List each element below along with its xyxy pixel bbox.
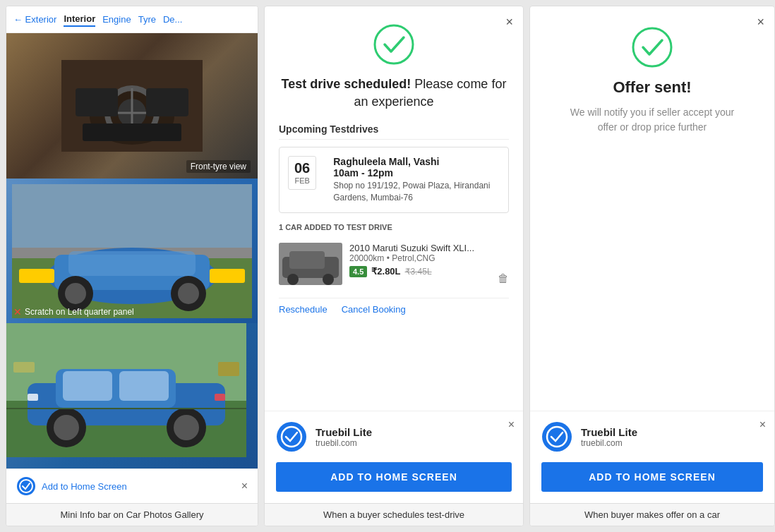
testdrive-card: 06 FEB Raghuleela Mall, Vashi 10am - 12p… [279, 147, 509, 213]
svg-rect-20 [210, 269, 245, 283]
right-add-to-home-button[interactable]: ADD TO HOME SCREEN [541, 462, 763, 492]
car-price: ₹2.80L [371, 266, 400, 277]
offer-success-icon-wrap [631, 26, 673, 68]
scratch-label: ✕ Scratch on Left quarter panel [13, 306, 134, 318]
date-month: FEB [294, 176, 309, 186]
svg-point-15 [65, 283, 86, 304]
tab-tyre[interactable]: Tyre [138, 13, 156, 26]
svg-point-42 [287, 274, 299, 285]
car-info: 2010 Maruti Suzuki Swift XLI... 20000km … [349, 243, 491, 277]
right-banner-url: truebil.com [581, 438, 763, 448]
svg-rect-31 [28, 394, 38, 401]
banner-app-name: Truebil Lite [316, 426, 512, 438]
banner-close-button[interactable]: × [508, 418, 515, 431]
svg-point-17 [178, 283, 199, 304]
car-km: 20000km • Petrol,CNG [349, 253, 491, 263]
mid-panel: × Test drive scheduled! Please come for … [264, 6, 524, 526]
testdrive-info: Raghuleela Mall, Vashi 10am - 12pm Shop … [333, 156, 500, 204]
offer-modal: × Offer sent! We will notify you if sell… [530, 6, 774, 224]
date-badge: 06 FEB [288, 156, 316, 189]
reschedule-link[interactable]: Reschedule [279, 304, 328, 315]
image-label-front: Front-tyre view [186, 160, 251, 173]
offer-check-icon [631, 26, 673, 68]
car-name: 2010 Maruti Suzuki Swift XLI... [349, 243, 491, 253]
offer-subtitle: We will notify you if seller accept your… [560, 105, 744, 135]
banner-text: Truebil Lite truebil.com [316, 426, 512, 448]
car-old-price: ₹3.45L [405, 267, 432, 277]
car-image-interior: Front-tyre view [6, 33, 258, 179]
svg-point-28 [54, 415, 79, 440]
car-added-label: 1 CAR ADDED TO TEST DRIVE [279, 223, 509, 231]
cancel-booking-link[interactable]: Cancel Booking [342, 304, 406, 315]
mid-panel-caption: When a buyer schedules test-drive [265, 503, 523, 526]
right-panel-caption: When buyer makes offer on a car [530, 503, 774, 526]
right-close-button[interactable]: × [757, 15, 764, 30]
success-check-icon [373, 23, 415, 66]
tab-more[interactable]: De... [163, 13, 182, 26]
svg-rect-25 [63, 371, 112, 401]
right-add-home-banner: Truebil Lite truebil.com × [530, 411, 774, 462]
car-image-blue-side [6, 323, 258, 468]
tab-interior[interactable]: Interior [64, 12, 95, 27]
success-icon-wrap [279, 23, 509, 66]
mid-close-button[interactable]: × [505, 15, 513, 30]
right-banner-app-name: Truebil Lite [581, 426, 763, 438]
car-price-row: 4.5 ₹2.80L ₹3.45L [349, 266, 491, 277]
svg-rect-35 [218, 362, 239, 376]
mid-add-home-banner: Truebil Lite truebil.com × [265, 411, 523, 462]
offer-title: Offer sent! [613, 78, 691, 97]
svg-rect-26 [119, 371, 169, 401]
svg-rect-41 [289, 251, 325, 269]
testdrive-venue: Raghuleela Mall, Vashi [333, 156, 500, 167]
right-banner-close-button[interactable]: × [759, 418, 766, 431]
svg-rect-18 [68, 251, 196, 276]
banner-url: truebil.com [316, 438, 512, 448]
add-home-text: Add to Home Screen [42, 481, 127, 492]
delete-car-button[interactable]: 🗑 [498, 272, 509, 285]
date-day: 06 [294, 159, 310, 176]
testdrive-address: Shop no 191/192, Powai Plaza, Hirandani … [333, 180, 500, 204]
modal-title: Test drive scheduled! Please come for an… [279, 75, 509, 111]
car-rating-badge: 4.5 [349, 266, 367, 277]
svg-point-43 [323, 274, 334, 285]
svg-rect-8 [83, 123, 181, 141]
testdrive-time: 10am - 12pm [333, 167, 500, 179]
car-thumbnail [279, 243, 342, 285]
upcoming-testdrives-title: Upcoming Testdrives [279, 123, 509, 140]
svg-rect-19 [19, 269, 54, 283]
svg-rect-32 [215, 394, 225, 401]
right-banner-text: Truebil Lite truebil.com [581, 426, 763, 448]
car-card: 2010 Maruti Suzuki Swift XLI... 20000km … [279, 237, 509, 291]
scratch-x-icon: ✕ [13, 306, 22, 318]
interior-image [6, 33, 258, 179]
add-to-home-bar[interactable]: Add to Home Screen × [6, 468, 258, 503]
tab-engine[interactable]: Engine [102, 13, 131, 26]
svg-point-38 [375, 25, 413, 64]
test-drive-modal: × Test drive scheduled! Please come for … [265, 6, 523, 411]
svg-rect-6 [76, 88, 118, 116]
action-links: Reschedule Cancel Booking [279, 298, 509, 315]
blue-car-side-image [6, 323, 258, 468]
blue-car-front-image [6, 179, 258, 324]
left-panel-caption: Mini Info bar on Car Photos Gallery [6, 503, 258, 526]
truebil-logo-icon [16, 476, 36, 496]
car-image-blue-front: ✕ Scratch on Left quarter panel [6, 179, 258, 324]
nav-tabs: ← Exterior Interior Engine Tyre De... [6, 6, 258, 33]
svg-rect-33 [6, 408, 246, 409]
svg-rect-7 [146, 88, 188, 116]
right-panel: × Offer sent! We will notify you if sell… [529, 6, 775, 526]
add-home-content: Add to Home Screen [16, 476, 127, 496]
banner-truebil-logo-icon [276, 421, 307, 452]
right-banner-truebil-logo-icon [541, 421, 572, 452]
svg-point-30 [174, 415, 199, 440]
svg-point-46 [633, 28, 671, 66]
mid-add-to-home-button[interactable]: ADD TO HOME SCREEN [276, 462, 512, 492]
nav-back-button[interactable]: ← Exterior [13, 14, 56, 25]
svg-rect-34 [13, 362, 35, 373]
car-image-gallery: Front-tyre view [6, 33, 258, 468]
add-home-close-button[interactable]: × [241, 480, 248, 492]
left-panel: ← Exterior Interior Engine Tyre De... [6, 6, 258, 526]
